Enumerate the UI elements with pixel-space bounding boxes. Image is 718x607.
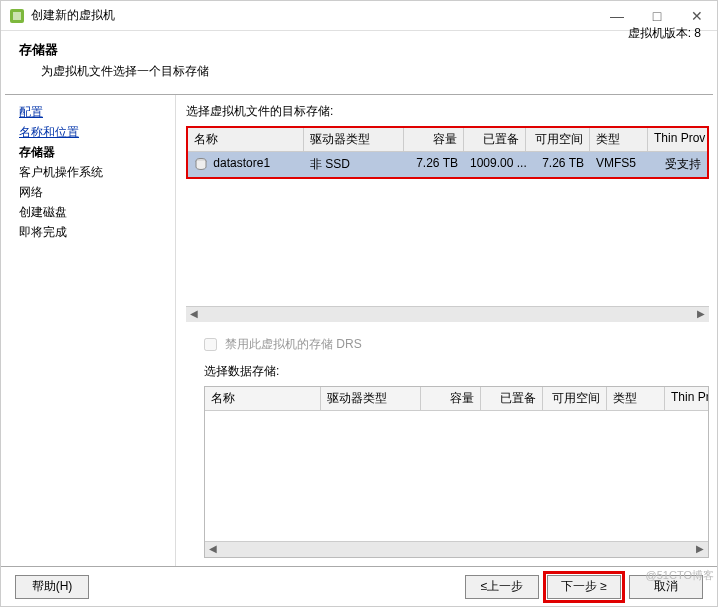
help-button[interactable]: 帮助(H) [15,575,89,599]
scroll-left-icon-2[interactable]: ◀ [205,542,221,558]
col2-type[interactable]: 类型 [607,387,665,410]
datastore-table-highlight: 名称 驱动器类型 容量 已置备 可用空间 类型 Thin Prov datast… [186,126,709,179]
col2-free[interactable]: 可用空间 [543,387,607,410]
col-capacity[interactable]: 容量 [404,128,464,151]
sidebar-item-network: 网络 [19,183,175,201]
watermark: @51CTO博客 [646,568,714,583]
sidebar-item-name-location[interactable]: 名称和位置 [19,123,175,141]
col-name[interactable]: 名称 [188,128,304,151]
col-drive-type[interactable]: 驱动器类型 [304,128,404,151]
datastore-row[interactable]: datastore1 非 SSD 7.26 TB 1009.00 ... 7.2… [188,152,707,177]
col-thin[interactable]: Thin Prov [648,128,707,151]
svg-rect-1 [13,12,21,20]
disable-drs-checkbox [204,338,217,351]
disable-drs-label: 禁用此虚拟机的存储 DRS [225,336,362,353]
header: 虚拟机版本: 8 存储器 为虚拟机文件选择一个目标存储 [1,31,717,94]
version-label: 虚拟机版本: 8 [628,25,701,42]
minimize-button[interactable]: — [605,8,629,24]
page-subtitle: 为虚拟机文件选择一个目标存储 [41,63,701,80]
window-title: 创建新的虚拟机 [31,7,605,24]
col2-capacity[interactable]: 容量 [421,387,481,410]
titlebar: 创建新的虚拟机 — □ ✕ [1,1,717,31]
main-panel: 选择虚拟机文件的目标存储: 名称 驱动器类型 容量 已置备 可用空间 类型 Th… [176,95,717,566]
sidebar-item-storage: 存储器 [19,143,175,161]
sidebar-item-ready: 即将完成 [19,223,175,241]
close-button[interactable]: ✕ [685,8,709,24]
cell-free: 7.26 TB [526,154,590,175]
cell-type: VMFS5 [590,154,648,175]
col2-name[interactable]: 名称 [205,387,321,410]
sidebar-item-config[interactable]: 配置 [19,103,175,121]
datastore-icon [194,157,208,171]
cell-capacity: 7.26 TB [404,154,464,175]
app-icon [9,8,25,24]
scroll-right-icon-2[interactable]: ▶ [692,542,708,558]
col-free[interactable]: 可用空间 [526,128,590,151]
sidebar-item-create-disk: 创建磁盘 [19,203,175,221]
scroll-right-icon[interactable]: ▶ [693,307,709,323]
cell-name: datastore1 [213,156,270,170]
maximize-button[interactable]: □ [645,8,669,24]
target-storage-label: 选择虚拟机文件的目标存储: [186,103,709,120]
sidebar: 配置 名称和位置 存储器 客户机操作系统 网络 创建磁盘 即将完成 [1,95,176,566]
cell-provisioned: 1009.00 ... [464,154,526,175]
table2-empty-area [205,411,708,541]
datastore-table-2: 名称 驱动器类型 容量 已置备 可用空间 类型 Thin Provi ◀ ▶ [204,386,709,558]
disable-drs-row: 禁用此虚拟机的存储 DRS [204,336,709,353]
table-empty-area [186,179,709,306]
col2-drive-type[interactable]: 驱动器类型 [321,387,421,410]
back-button[interactable]: ≤上一步 [465,575,539,599]
horizontal-scrollbar[interactable]: ◀ ▶ [186,306,709,322]
cell-thin: 受支持 [648,154,707,175]
next-button[interactable]: 下一步 ≥ [547,575,621,599]
page-title: 存储器 [19,41,701,59]
horizontal-scrollbar-2[interactable]: ◀ ▶ [205,541,708,557]
cell-drive: 非 SSD [304,154,404,175]
col-provisioned[interactable]: 已置备 [464,128,526,151]
sidebar-item-guest-os: 客户机操作系统 [19,163,175,181]
footer: 帮助(H) ≤上一步 下一步 ≥ 取消 [1,566,717,606]
table-header: 名称 驱动器类型 容量 已置备 可用空间 类型 Thin Prov [188,128,707,152]
col-type[interactable]: 类型 [590,128,648,151]
scroll-left-icon[interactable]: ◀ [186,307,202,323]
col2-provisioned[interactable]: 已置备 [481,387,543,410]
select-datastore-label: 选择数据存储: [204,363,709,380]
col2-thin[interactable]: Thin Provi [665,387,708,410]
